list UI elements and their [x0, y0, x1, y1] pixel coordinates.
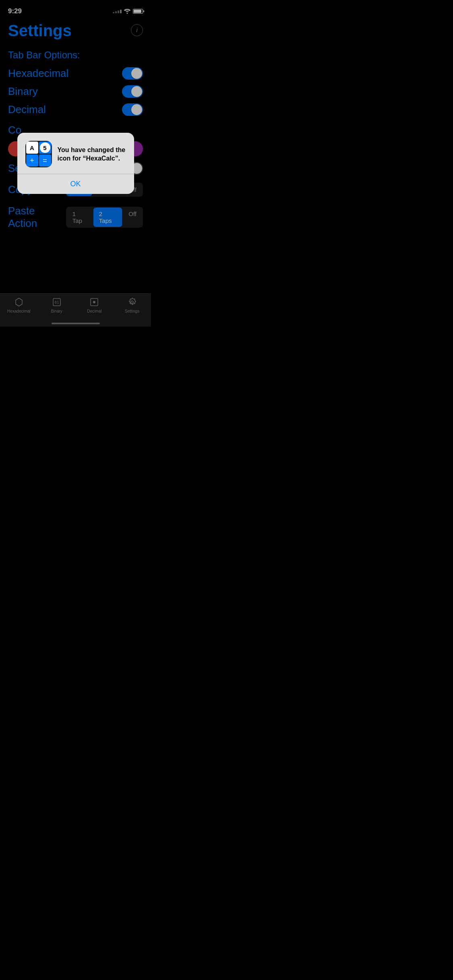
modal-message: You have changed the icon for “HexaCalc”… — [58, 146, 126, 163]
modal-ok-button[interactable]: OK — [17, 174, 134, 194]
modal-overlay: A 5 + = You have changed the icon for “H… — [0, 0, 151, 327]
modal-content: A 5 + = You have changed the icon for “H… — [17, 133, 134, 174]
icon-bottom-left: + — [26, 154, 38, 167]
icon-top-right: 5 — [39, 142, 51, 154]
icon-bottom-right: = — [39, 154, 51, 167]
icon-top-left: A — [26, 142, 38, 154]
modal-box: A 5 + = You have changed the icon for “H… — [17, 133, 134, 194]
app-icon: A 5 + = — [25, 141, 52, 167]
